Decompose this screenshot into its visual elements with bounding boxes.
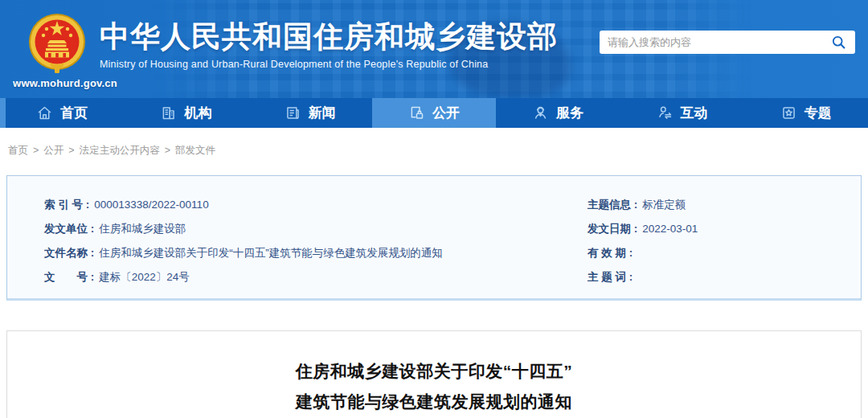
site-url: www.mohurd.gov.cn bbox=[5, 77, 125, 89]
breadcrumb-separator: > bbox=[33, 145, 39, 156]
nav-item-organization[interactable]: 机构 bbox=[124, 98, 248, 128]
interaction-icon bbox=[657, 104, 674, 121]
meta-row-keywords: 主 题 词 : bbox=[588, 265, 861, 289]
topics-icon bbox=[780, 104, 797, 121]
meta-label: 主题信息 : bbox=[588, 199, 637, 211]
nav-label: 新闻 bbox=[309, 104, 336, 122]
breadcrumb-statutory-content[interactable]: 法定主动公开内容 bbox=[80, 145, 160, 156]
site-title-block: 中华人民共和国住房和城乡建设部 Ministry of Housing and … bbox=[100, 21, 558, 70]
meta-value: 住房和城乡建设部关于印发“十四五”建筑节能与绿色建筑发展规划的通知 bbox=[99, 247, 443, 259]
meta-label: 索 引 号 : bbox=[44, 199, 89, 211]
search-input[interactable] bbox=[608, 36, 829, 48]
nav-label: 专题 bbox=[805, 104, 832, 122]
site-title-chinese: 中华人民共和国住房和城乡建设部 bbox=[100, 21, 558, 53]
meta-right-column: 主题信息 :标准定额 发文日期 :2022-03-01 有 效 期 : 主 题 … bbox=[579, 193, 861, 285]
meta-value: 2022-03-01 bbox=[642, 223, 698, 235]
meta-label: 文 号 : bbox=[44, 271, 94, 283]
meta-label: 主 题 词 : bbox=[588, 271, 633, 283]
meta-row-document-number: 文 号 :建标〔2022〕24号 bbox=[44, 265, 579, 289]
search-button[interactable] bbox=[829, 34, 847, 51]
main-navigation: 首页 机构 新闻 公开 服务 bbox=[0, 98, 868, 128]
nav-accent-strip bbox=[0, 98, 6, 128]
disclosure-icon bbox=[408, 104, 425, 121]
breadcrumb-disclosure[interactable]: 公开 bbox=[43, 145, 63, 156]
nav-item-news[interactable]: 新闻 bbox=[248, 98, 372, 128]
home-icon bbox=[36, 104, 53, 121]
document-meta-box: 索 引 号 :000013338/2022-00110 发文单位 :住房和城乡建… bbox=[6, 175, 862, 301]
document-title-line1: 住房和城乡建设部关于印发“十四五” bbox=[7, 356, 861, 387]
meta-row-subject-info: 主题信息 :标准定额 bbox=[588, 193, 861, 217]
meta-left-column: 索 引 号 :000013338/2022-00110 发文单位 :住房和城乡建… bbox=[7, 193, 579, 285]
breadcrumb-separator: > bbox=[165, 145, 170, 156]
document-content-box: 住房和城乡建设部关于印发“十四五” 建筑节能与绿色建筑发展规划的通知 bbox=[6, 330, 862, 418]
nav-label: 互动 bbox=[681, 104, 708, 122]
nav-item-home[interactable]: 首页 bbox=[0, 98, 124, 128]
meta-value: 建标〔2022〕24号 bbox=[99, 271, 190, 283]
nav-label: 服务 bbox=[556, 104, 583, 122]
breadcrumb-home[interactable]: 首页 bbox=[8, 145, 28, 156]
meta-label: 有 效 期 : bbox=[588, 247, 633, 259]
meta-row-document-name: 文件名称 :住房和城乡建设部关于印发“十四五”建筑节能与绿色建筑发展规划的通知 bbox=[44, 241, 579, 265]
breadcrumb-separator: > bbox=[68, 145, 74, 156]
breadcrumb: 首页>公开>法定主动公开内容>部发文件 bbox=[0, 128, 868, 175]
search-box[interactable] bbox=[600, 31, 855, 54]
site-title-english: Ministry of Housing and Urban-Rural Deve… bbox=[100, 59, 558, 70]
nav-item-services[interactable]: 服务 bbox=[496, 98, 620, 128]
meta-row-validity-period: 有 效 期 : bbox=[588, 241, 861, 265]
site-header: www.mohurd.gov.cn 中华人民共和国住房和城乡建设部 Minist… bbox=[0, 0, 868, 98]
meta-value: 000013338/2022-00110 bbox=[94, 199, 208, 211]
meta-row-issue-date: 发文日期 :2022-03-01 bbox=[588, 217, 861, 241]
national-emblem-logo bbox=[26, 11, 88, 76]
nav-item-disclosure[interactable]: 公开 bbox=[372, 98, 496, 128]
nav-label: 机构 bbox=[184, 104, 211, 122]
search-icon bbox=[831, 35, 846, 50]
nav-label: 公开 bbox=[432, 104, 460, 122]
service-icon bbox=[532, 104, 549, 121]
nav-item-topics[interactable]: 专题 bbox=[744, 98, 868, 128]
meta-label: 发文单位 : bbox=[44, 223, 94, 235]
meta-value: 住房和城乡建设部 bbox=[99, 223, 186, 235]
meta-label: 发文日期 : bbox=[588, 223, 637, 235]
nav-item-interaction[interactable]: 互动 bbox=[620, 98, 743, 128]
meta-row-index-number: 索 引 号 :000013338/2022-00110 bbox=[44, 193, 579, 217]
document-title-line2: 建筑节能与绿色建筑发展规划的通知 bbox=[7, 387, 861, 417]
meta-value: 标准定额 bbox=[642, 199, 686, 211]
meta-label: 文件名称 : bbox=[44, 247, 94, 259]
meta-row-issuing-unit: 发文单位 :住房和城乡建设部 bbox=[44, 217, 579, 241]
news-icon bbox=[285, 104, 301, 121]
organization-icon bbox=[160, 104, 177, 121]
breadcrumb-ministry-documents[interactable]: 部发文件 bbox=[175, 145, 215, 156]
nav-label: 首页 bbox=[60, 104, 88, 122]
